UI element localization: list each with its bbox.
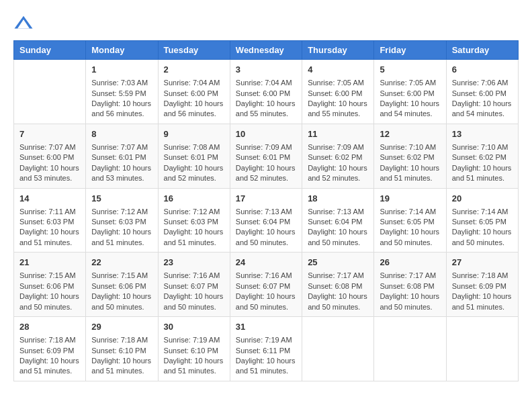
calendar-cell: 5Sunrise: 7:05 AMSunset: 6:00 PMDaylight… <box>374 60 446 124</box>
day-info: Sunrise: 7:08 AMSunset: 6:01 PMDaylight:… <box>164 142 224 184</box>
day-info: Sunrise: 7:12 AMSunset: 6:03 PMDaylight:… <box>164 207 224 248</box>
day-info: Sunrise: 7:11 AMSunset: 6:03 PMDaylight:… <box>19 207 80 248</box>
calendar-cell <box>302 317 374 381</box>
day-number: 20 <box>452 193 513 205</box>
day-number: 18 <box>308 193 368 205</box>
day-number: 15 <box>91 193 152 205</box>
header-day-friday: Friday <box>374 41 446 60</box>
day-number: 9 <box>164 128 224 140</box>
calendar-cell: 7Sunrise: 7:07 AMSunset: 6:00 PMDaylight… <box>14 124 86 188</box>
calendar-cell: 18Sunrise: 7:13 AMSunset: 6:04 PMDayligh… <box>302 188 374 253</box>
day-number: 21 <box>19 257 80 269</box>
day-number: 31 <box>236 321 296 333</box>
calendar-cell: 9Sunrise: 7:08 AMSunset: 6:01 PMDaylight… <box>158 124 230 188</box>
week-row-4: 28Sunrise: 7:18 AMSunset: 6:09 PMDayligh… <box>14 317 519 381</box>
day-number: 29 <box>91 321 152 333</box>
calendar-cell: 31Sunrise: 7:19 AMSunset: 6:11 PMDayligh… <box>230 317 302 381</box>
week-row-3: 21Sunrise: 7:15 AMSunset: 6:06 PMDayligh… <box>14 253 519 317</box>
day-info: Sunrise: 7:13 AMSunset: 6:04 PMDaylight:… <box>236 207 296 248</box>
day-info: Sunrise: 7:19 AMSunset: 6:10 PMDaylight:… <box>164 335 224 377</box>
header-day-tuesday: Tuesday <box>158 41 230 60</box>
calendar-cell: 10Sunrise: 7:09 AMSunset: 6:01 PMDayligh… <box>230 124 302 188</box>
day-number: 5 <box>380 64 440 76</box>
day-info: Sunrise: 7:12 AMSunset: 6:03 PMDaylight:… <box>91 207 152 248</box>
calendar-cell: 22Sunrise: 7:15 AMSunset: 6:06 PMDayligh… <box>86 253 158 317</box>
calendar-cell: 4Sunrise: 7:05 AMSunset: 6:00 PMDaylight… <box>302 60 374 124</box>
calendar-cell: 20Sunrise: 7:14 AMSunset: 6:05 PMDayligh… <box>446 188 518 253</box>
day-number: 2 <box>164 64 224 76</box>
calendar-cell: 27Sunrise: 7:18 AMSunset: 6:09 PMDayligh… <box>446 253 518 317</box>
day-info: Sunrise: 7:14 AMSunset: 6:05 PMDaylight:… <box>380 207 440 248</box>
calendar-cell <box>14 60 86 124</box>
day-info: Sunrise: 7:07 AMSunset: 6:00 PMDaylight:… <box>19 142 80 184</box>
calendar-cell: 14Sunrise: 7:11 AMSunset: 6:03 PMDayligh… <box>14 188 86 253</box>
day-info: Sunrise: 7:16 AMSunset: 6:07 PMDaylight:… <box>164 271 224 312</box>
header-day-monday: Monday <box>86 41 158 60</box>
calendar-cell <box>446 317 518 381</box>
day-info: Sunrise: 7:04 AMSunset: 6:00 PMDaylight:… <box>236 78 296 120</box>
day-info: Sunrise: 7:19 AMSunset: 6:11 PMDaylight:… <box>236 335 296 377</box>
calendar-cell: 12Sunrise: 7:10 AMSunset: 6:02 PMDayligh… <box>374 124 446 188</box>
day-info: Sunrise: 7:09 AMSunset: 6:02 PMDaylight:… <box>308 142 368 184</box>
day-number: 19 <box>380 193 440 205</box>
calendar-cell: 29Sunrise: 7:18 AMSunset: 6:10 PMDayligh… <box>86 317 158 381</box>
calendar-table: SundayMondayTuesdayWednesdayThursdayFrid… <box>13 40 519 381</box>
day-info: Sunrise: 7:06 AMSunset: 6:00 PMDaylight:… <box>452 78 513 120</box>
day-info: Sunrise: 7:17 AMSunset: 6:08 PMDaylight:… <box>380 271 440 312</box>
page-header <box>13 13 519 34</box>
logo <box>13 13 36 34</box>
day-info: Sunrise: 7:09 AMSunset: 6:01 PMDaylight:… <box>236 142 296 184</box>
calendar-cell: 23Sunrise: 7:16 AMSunset: 6:07 PMDayligh… <box>158 253 230 317</box>
calendar-cell: 16Sunrise: 7:12 AMSunset: 6:03 PMDayligh… <box>158 188 230 253</box>
calendar-cell: 21Sunrise: 7:15 AMSunset: 6:06 PMDayligh… <box>14 253 86 317</box>
calendar-cell: 8Sunrise: 7:07 AMSunset: 6:01 PMDaylight… <box>86 124 158 188</box>
day-number: 4 <box>308 64 368 76</box>
day-info: Sunrise: 7:16 AMSunset: 6:07 PMDaylight:… <box>236 271 296 312</box>
day-info: Sunrise: 7:05 AMSunset: 6:00 PMDaylight:… <box>380 78 440 120</box>
day-number: 16 <box>164 193 224 205</box>
calendar-cell: 6Sunrise: 7:06 AMSunset: 6:00 PMDaylight… <box>446 60 518 124</box>
calendar-cell: 17Sunrise: 7:13 AMSunset: 6:04 PMDayligh… <box>230 188 302 253</box>
day-number: 1 <box>91 64 152 76</box>
day-info: Sunrise: 7:04 AMSunset: 6:00 PMDaylight:… <box>164 78 224 120</box>
calendar-cell: 2Sunrise: 7:04 AMSunset: 6:00 PMDaylight… <box>158 60 230 124</box>
calendar-cell: 3Sunrise: 7:04 AMSunset: 6:00 PMDaylight… <box>230 60 302 124</box>
day-number: 11 <box>308 128 368 140</box>
day-number: 30 <box>164 321 224 333</box>
day-number: 26 <box>380 257 440 269</box>
calendar-cell: 25Sunrise: 7:17 AMSunset: 6:08 PMDayligh… <box>302 253 374 317</box>
calendar-cell: 28Sunrise: 7:18 AMSunset: 6:09 PMDayligh… <box>14 317 86 381</box>
calendar-cell: 15Sunrise: 7:12 AMSunset: 6:03 PMDayligh… <box>86 188 158 253</box>
calendar-cell: 30Sunrise: 7:19 AMSunset: 6:10 PMDayligh… <box>158 317 230 381</box>
calendar-cell: 1Sunrise: 7:03 AMSunset: 5:59 PMDaylight… <box>86 60 158 124</box>
calendar-cell: 19Sunrise: 7:14 AMSunset: 6:05 PMDayligh… <box>374 188 446 253</box>
header-day-sunday: Sunday <box>14 41 86 60</box>
header-day-wednesday: Wednesday <box>230 41 302 60</box>
day-info: Sunrise: 7:17 AMSunset: 6:08 PMDaylight:… <box>308 271 368 312</box>
day-number: 7 <box>19 128 80 140</box>
day-number: 6 <box>452 64 513 76</box>
day-number: 12 <box>380 128 440 140</box>
week-row-2: 14Sunrise: 7:11 AMSunset: 6:03 PMDayligh… <box>14 188 519 253</box>
day-number: 27 <box>452 257 513 269</box>
day-number: 17 <box>236 193 296 205</box>
day-info: Sunrise: 7:18 AMSunset: 6:10 PMDaylight:… <box>91 335 152 377</box>
day-info: Sunrise: 7:13 AMSunset: 6:04 PMDaylight:… <box>308 207 368 248</box>
day-number: 8 <box>91 128 152 140</box>
day-info: Sunrise: 7:10 AMSunset: 6:02 PMDaylight:… <box>380 142 440 184</box>
day-number: 14 <box>19 193 80 205</box>
calendar-cell: 24Sunrise: 7:16 AMSunset: 6:07 PMDayligh… <box>230 253 302 317</box>
header-day-saturday: Saturday <box>446 41 518 60</box>
header-day-thursday: Thursday <box>302 41 374 60</box>
calendar-cell: 26Sunrise: 7:17 AMSunset: 6:08 PMDayligh… <box>374 253 446 317</box>
calendar-cell <box>374 317 446 381</box>
week-row-1: 7Sunrise: 7:07 AMSunset: 6:00 PMDaylight… <box>14 124 519 188</box>
day-info: Sunrise: 7:15 AMSunset: 6:06 PMDaylight:… <box>19 271 80 312</box>
calendar-cell: 13Sunrise: 7:10 AMSunset: 6:02 PMDayligh… <box>446 124 518 188</box>
day-info: Sunrise: 7:07 AMSunset: 6:01 PMDaylight:… <box>91 142 152 184</box>
day-info: Sunrise: 7:15 AMSunset: 6:06 PMDaylight:… <box>91 271 152 312</box>
day-info: Sunrise: 7:05 AMSunset: 6:00 PMDaylight:… <box>308 78 368 120</box>
day-number: 24 <box>236 257 296 269</box>
day-number: 22 <box>91 257 152 269</box>
day-info: Sunrise: 7:18 AMSunset: 6:09 PMDaylight:… <box>19 335 80 377</box>
